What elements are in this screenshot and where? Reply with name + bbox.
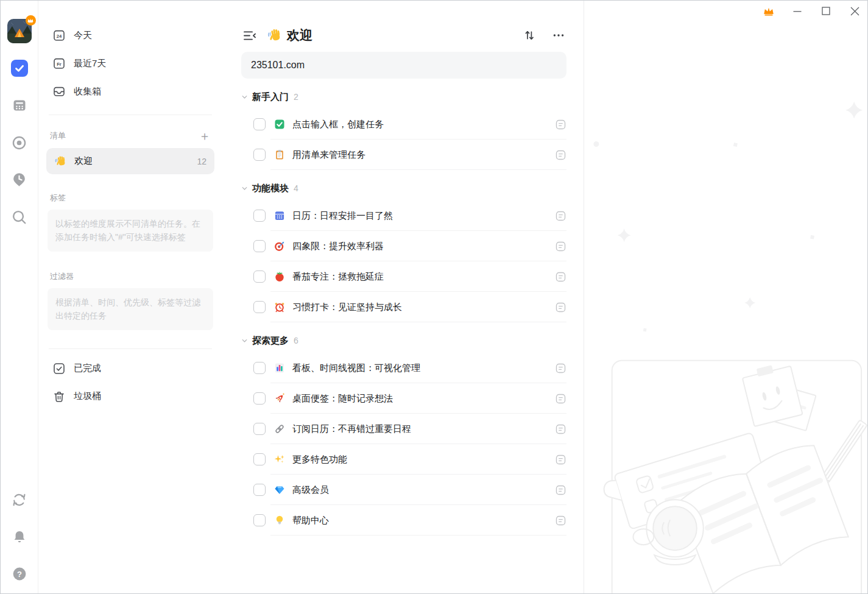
task-checkbox[interactable] (253, 270, 266, 283)
filters-section-title: 过滤器 (50, 271, 74, 282)
group-header[interactable]: 探索更多 6 (241, 328, 566, 353)
task-group: 功能模块 4 日历：日程安排一目了然 四象限：提升效率利器 番茄专注：拯救拖延症… (241, 176, 566, 322)
group-header[interactable]: 新手入门 2 (241, 85, 566, 109)
task-title: 日历：日程安排一目了然 (292, 210, 393, 222)
task-row[interactable]: 帮助中心 (241, 505, 566, 536)
pomodoro-timer-icon[interactable] (11, 171, 28, 188)
task-title: 点击输入框，创建任务 (292, 119, 384, 130)
task-row[interactable]: 看板、时间线视图：可视化管理 (241, 353, 566, 383)
task-row[interactable]: 桌面便签：随时记录想法 (241, 383, 566, 414)
task-group: 探索更多 6 看板、时间线视图：可视化管理 桌面便签：随时记录想法 订阅日历：不… (241, 328, 566, 536)
wave-emoji-icon (267, 27, 283, 44)
sidebar-item-inbox[interactable]: 收集箱 (46, 82, 214, 101)
divider (49, 348, 212, 349)
sidebar-item-completed[interactable]: 已完成 (46, 359, 214, 378)
group-header[interactable]: 功能模块 4 (241, 176, 566, 200)
note-icon (555, 454, 566, 465)
sidebar-item-trash[interactable]: 垃圾桶 (46, 387, 214, 406)
note-icon (555, 210, 566, 222)
sort-icon[interactable] (521, 27, 537, 43)
collapse-sidebar-icon[interactable] (241, 27, 257, 43)
task-title: 用清单来管理任务 (292, 149, 365, 161)
tags-section-title: 标签 (50, 193, 66, 203)
chart-icon (273, 362, 286, 374)
task-row[interactable]: 番茄专注：拯救拖延症 (241, 261, 566, 292)
task-row[interactable]: 点击输入框，创建任务 (241, 109, 566, 140)
task-title: 帮助中心 (292, 515, 329, 526)
tomato-icon (273, 270, 286, 283)
close-icon[interactable] (849, 5, 860, 16)
notifications-bell-icon[interactable] (11, 528, 28, 545)
sidebar-item-label: 垃圾桶 (74, 391, 101, 402)
bulb-icon (273, 514, 286, 526)
more-options-icon[interactable] (551, 27, 566, 43)
task-row[interactable]: 用清单来管理任务 (241, 140, 566, 170)
group-name: 新手入门 (252, 91, 289, 103)
inbox-icon (52, 85, 66, 98)
add-list-button[interactable]: ＋ (199, 130, 211, 142)
task-checkbox[interactable] (253, 484, 266, 496)
app-window: ? 24 今天 Fr 最近7天 收集箱 清单 ＋ 欢迎 12 标签 (0, 0, 868, 594)
note-icon (555, 423, 566, 435)
sidebar-item-label: 最近7天 (74, 58, 106, 69)
task-checkbox[interactable] (253, 514, 266, 526)
note-icon (555, 271, 566, 283)
sync-icon[interactable] (11, 491, 28, 508)
task-checkbox[interactable] (253, 118, 266, 130)
minimize-icon[interactable] (792, 5, 803, 16)
note-icon (555, 484, 566, 496)
user-avatar[interactable] (7, 19, 32, 43)
group-name: 探索更多 (252, 335, 289, 347)
divider (49, 115, 212, 115)
maximize-icon[interactable] (820, 5, 831, 16)
sidebar-item-today[interactable]: 24 今天 (46, 26, 214, 45)
tasks-app-icon[interactable] (11, 60, 28, 77)
task-row[interactable]: 习惯打卡：见证坚持与成长 (241, 292, 566, 322)
focus-target-icon[interactable] (11, 134, 28, 151)
task-checkbox[interactable] (253, 423, 266, 435)
task-row[interactable]: 日历：日程安排一目了然 (241, 200, 566, 231)
group-count: 2 (294, 92, 298, 102)
task-checkbox[interactable] (253, 392, 266, 405)
group-count: 6 (294, 336, 298, 345)
filters-section-header: 过滤器 (50, 271, 211, 282)
task-checkbox[interactable] (253, 362, 266, 374)
task-checkbox[interactable] (253, 210, 266, 222)
calendar-view-icon[interactable] (11, 97, 28, 114)
dart-icon (273, 240, 286, 252)
premium-crown-badge (26, 15, 36, 26)
task-row[interactable]: 高级会员 (241, 475, 566, 505)
lists-section-title: 清单 (50, 130, 66, 141)
add-task-input[interactable] (241, 52, 566, 79)
help-icon[interactable]: ? (11, 565, 28, 582)
tags-section-header: 标签 (50, 193, 211, 203)
task-title: 桌面便签：随时记录想法 (292, 393, 393, 405)
chevron-down-icon (241, 338, 248, 344)
task-row[interactable]: 更多特色功能 (241, 444, 566, 475)
task-checkbox[interactable] (253, 453, 266, 465)
sidebar-item-next7days[interactable]: Fr 最近7天 (46, 54, 214, 73)
sidebar-list-welcome[interactable]: 欢迎 12 (46, 148, 214, 174)
note-icon (555, 149, 566, 161)
premium-crown-icon[interactable] (763, 5, 774, 16)
link-icon (273, 423, 286, 435)
task-row[interactable]: 订阅日历：不再错过重要日程 (241, 414, 566, 444)
task-title: 高级会员 (292, 484, 329, 496)
note-icon (555, 362, 566, 374)
search-icon[interactable] (11, 208, 28, 225)
list-label: 欢迎 (74, 155, 93, 167)
group-count: 4 (294, 183, 298, 193)
task-title: 四象限：提升效率利器 (292, 241, 384, 252)
task-list-panel: 欢迎 新手入门 2 点击输入框，创建任务 用清单 (223, 1, 584, 593)
chevron-down-icon (241, 185, 248, 192)
task-checkbox[interactable] (253, 149, 266, 161)
note-icon (555, 119, 566, 130)
note-icon (555, 515, 566, 526)
task-checkbox[interactable] (253, 301, 266, 313)
task-checkbox[interactable] (253, 240, 266, 252)
note-icon (555, 302, 566, 313)
task-row[interactable]: 四象限：提升效率利器 (241, 231, 566, 261)
calendar-today-icon: 24 (52, 29, 66, 42)
calendar-week-icon: Fr (52, 57, 66, 70)
page-title: 欢迎 (287, 27, 312, 44)
